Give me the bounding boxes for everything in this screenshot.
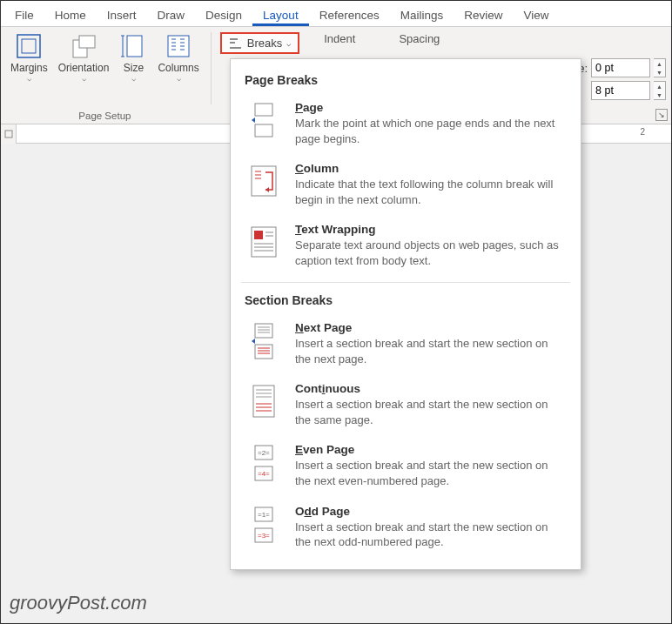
ribbon-tabs: File Home Insert Draw Design Layout Refe… — [1, 1, 671, 27]
dialog-launcher-icon[interactable]: ↘ — [655, 109, 668, 121]
break-continuous[interactable]: Continuous Insert a section break and st… — [231, 377, 581, 438]
break-text-wrapping-title: Text Wrapping — [295, 223, 567, 236]
next-page-section-icon — [248, 321, 279, 366]
spin-down-icon[interactable]: ▼ — [654, 91, 665, 99]
orientation-icon — [70, 32, 97, 60]
orientation-button[interactable]: Orientation ⌵ — [56, 30, 112, 84]
tab-layout[interactable]: Layout — [252, 4, 309, 26]
break-odd-page[interactable]: =1==3= Odd Page Insert a section break a… — [231, 500, 581, 560]
break-continuous-title: Continuous — [295, 382, 567, 395]
break-even-page-title: Even Page — [295, 443, 567, 456]
page-break-icon — [248, 101, 279, 146]
odd-page-section-icon: =1==3= — [248, 505, 279, 550]
spin-down-icon[interactable]: ▼ — [654, 68, 665, 77]
spacing-after-field[interactable]: e: ▲▼ — [578, 81, 666, 100]
chevron-down-icon: ⌵ — [286, 39, 291, 48]
svg-text:=1=: =1= — [258, 511, 270, 519]
tab-view[interactable]: View — [513, 4, 559, 26]
margins-label: Margins — [10, 62, 48, 74]
column-break-icon — [248, 162, 279, 207]
text-wrapping-break-icon — [248, 223, 279, 268]
spacing-label: Spacing — [399, 32, 440, 45]
tab-references[interactable]: References — [309, 4, 390, 26]
ruler-mark-2: 2 — [640, 127, 645, 137]
svg-rect-34 — [255, 324, 272, 338]
spacing-after-input[interactable] — [591, 81, 650, 100]
size-button[interactable]: Size ⌵ — [117, 30, 150, 84]
chevron-down-icon: ⌵ — [82, 74, 86, 83]
ribbon-separator — [211, 32, 212, 104]
svg-rect-1 — [22, 39, 36, 53]
break-odd-page-title: Odd Page — [295, 505, 567, 518]
svg-text:=2=: =2= — [258, 449, 270, 457]
ribbon-group-page-setup: Margins ⌵ Orientation ⌵ Size ⌵ — [1, 27, 209, 124]
ruler-corner — [1, 124, 17, 144]
svg-rect-8 — [168, 36, 189, 57]
page-breaks-heading: Page Breaks — [231, 66, 581, 96]
break-continuous-desc: Insert a section break and start the new… — [295, 397, 567, 427]
break-next-page[interactable]: Next Page Insert a section break and sta… — [231, 316, 581, 377]
spacing-before-input[interactable] — [591, 58, 650, 77]
break-odd-page-desc: Insert a section break and start the new… — [295, 520, 567, 550]
tab-mailings[interactable]: Mailings — [390, 4, 454, 26]
chevron-down-icon: ⌵ — [131, 74, 136, 83]
columns-label: Columns — [158, 62, 198, 74]
svg-rect-4 — [127, 36, 142, 57]
tab-home[interactable]: Home — [44, 4, 97, 26]
break-column-desc: Indicate that the text following the col… — [295, 177, 567, 207]
dropdown-divider — [241, 282, 570, 283]
watermark: groovyPost.com — [10, 592, 147, 614]
break-text-wrapping-desc: Separate text around objects on web page… — [295, 238, 567, 268]
break-page-desc: Mark the point at which one page ends an… — [295, 116, 567, 146]
columns-button[interactable]: Columns ⌵ — [155, 30, 201, 84]
break-column-title: Column — [295, 162, 567, 175]
break-text-wrapping[interactable]: Text Wrapping Separate text around objec… — [231, 218, 581, 278]
svg-rect-38 — [255, 345, 272, 359]
break-next-page-desc: Insert a section break and start the new… — [295, 336, 567, 366]
even-page-section-icon: =2==4= — [248, 443, 279, 488]
columns-icon — [165, 32, 192, 60]
breaks-button[interactable]: Breaks ⌵ — [220, 32, 299, 54]
svg-rect-0 — [17, 35, 40, 57]
indent-label: Indent — [324, 32, 355, 45]
continuous-section-icon — [248, 382, 279, 427]
margins-button[interactable]: Margins ⌵ — [8, 30, 50, 84]
spacing-before-field[interactable]: e: ▲▼ — [578, 58, 666, 77]
break-page-title: Page — [295, 101, 567, 114]
tab-file[interactable]: File — [4, 4, 44, 26]
chevron-down-icon: ⌵ — [177, 74, 181, 83]
breaks-dropdown: Page Breaks Page Mark the point at which… — [230, 58, 581, 570]
page-setup-label: Page Setup — [78, 109, 131, 122]
break-even-page[interactable]: =2==4= Even Page Insert a section break … — [231, 438, 581, 499]
break-next-page-title: Next Page — [295, 321, 567, 334]
size-label: Size — [124, 62, 144, 74]
svg-rect-22 — [255, 124, 272, 137]
size-icon — [119, 32, 147, 60]
break-even-page-desc: Insert a section break and start the new… — [295, 458, 567, 488]
tab-insert[interactable]: Insert — [97, 4, 147, 26]
break-column[interactable]: Column Indicate that the text following … — [231, 157, 581, 218]
breaks-label: Breaks — [247, 37, 282, 50]
spin-up-icon[interactable]: ▲ — [654, 59, 665, 68]
svg-rect-21 — [255, 104, 272, 116]
tab-review[interactable]: Review — [454, 4, 513, 26]
spin-up-icon[interactable]: ▲ — [654, 82, 665, 91]
breaks-icon — [229, 37, 243, 50]
svg-rect-20 — [5, 131, 12, 138]
svg-text:=3=: =3= — [258, 532, 270, 540]
svg-rect-28 — [254, 231, 263, 239]
orientation-label: Orientation — [58, 62, 110, 74]
break-page[interactable]: Page Mark the point at which one page en… — [231, 96, 581, 157]
section-breaks-heading: Section Breaks — [231, 286, 581, 316]
svg-rect-3 — [79, 36, 95, 48]
margins-icon — [15, 32, 43, 60]
chevron-down-icon: ⌵ — [27, 74, 31, 83]
svg-text:=4=: =4= — [258, 470, 270, 478]
tab-draw[interactable]: Draw — [147, 4, 196, 26]
tab-design[interactable]: Design — [195, 4, 252, 26]
